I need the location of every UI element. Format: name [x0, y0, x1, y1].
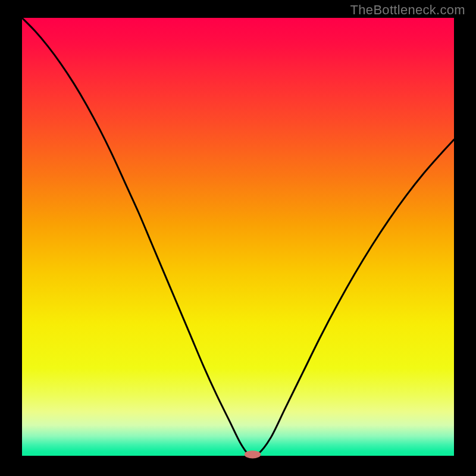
optimum-marker: [245, 450, 261, 458]
chart-frame: TheBottleneck.com: [0, 0, 476, 476]
watermark-text: TheBottleneck.com: [350, 2, 465, 18]
plot-background: [22, 18, 454, 456]
bottleneck-chart: [0, 0, 476, 476]
